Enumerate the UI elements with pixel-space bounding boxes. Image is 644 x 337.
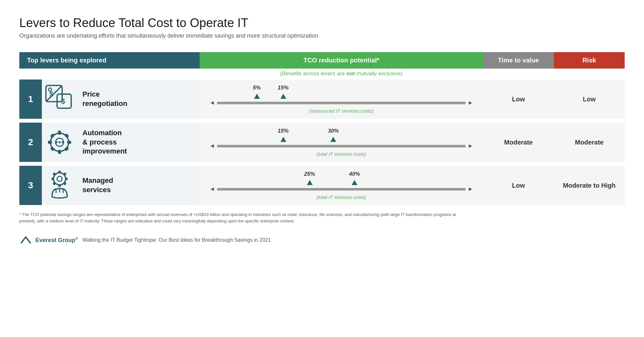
time-cell-3: Low [483, 166, 554, 205]
lever-cell-2: 2 Automation& processimprovement [19, 123, 200, 162]
page-subtitle: Organizations are undertaking efforts th… [19, 33, 625, 39]
page-title: Levers to Reduce Total Cost to Operate I… [19, 16, 625, 30]
svg-text:$: $ [61, 97, 65, 105]
svg-text:$: $ [50, 90, 53, 98]
header-levers: Top levers being explored [19, 52, 200, 69]
lever-name-2: Automation& processimprovement [77, 123, 200, 162]
svg-rect-9 [58, 150, 61, 154]
footer: Everest Group® Walking the IT Budget Tig… [19, 234, 625, 247]
everest-logo-icon [19, 234, 32, 247]
tco-cell-2: 15%30%◄►(total IT services costs) [200, 123, 483, 162]
svg-rect-21 [58, 171, 61, 173]
time-cell-2: Moderate [483, 123, 554, 162]
svg-rect-25 [52, 172, 56, 176]
svg-rect-11 [67, 141, 71, 144]
svg-rect-24 [65, 178, 68, 180]
svg-point-16 [55, 141, 57, 143]
svg-rect-22 [58, 184, 61, 187]
svg-rect-10 [48, 141, 52, 144]
tco-cell-1: 5%15%◄►(outsourced IT services costs) [200, 80, 483, 119]
data-row-2: 2 Automation& processimprovement15%30%◄►… [19, 123, 625, 162]
lever-name-1: Pricerenegotiation [77, 80, 200, 119]
lever-icon-area-3 [42, 166, 77, 205]
svg-rect-14 [50, 146, 55, 152]
lever-number-2: 2 [19, 123, 42, 162]
svg-rect-15 [64, 133, 69, 138]
footer-brand: Everest Group® [35, 237, 78, 244]
data-row-1: 1 $ $ Pricerenegotiation5%15%◄►(outsourc… [19, 80, 625, 119]
svg-rect-28 [63, 172, 67, 176]
risk-cell-1: Low [554, 80, 625, 119]
svg-rect-8 [58, 131, 61, 135]
header-time: Time to value [483, 52, 554, 69]
lever-number-1: 1 [19, 80, 42, 119]
svg-point-20 [57, 176, 62, 182]
time-cell-1: Low [483, 80, 554, 119]
header-tco: TCO reduction potential* [200, 52, 483, 69]
tco-subtitle: (Benefits across levers are not mutually… [200, 69, 483, 80]
footer-logo: Everest Group® [19, 234, 78, 247]
svg-rect-26 [63, 182, 67, 185]
lever-icon-area-1: $ $ [42, 80, 77, 119]
footnote: * The TCO potential savings ranges are r… [19, 211, 470, 224]
lever-number-3: 3 [19, 166, 42, 205]
svg-point-17 [59, 141, 61, 143]
header-risk: Risk [554, 52, 625, 69]
svg-rect-13 [64, 146, 69, 152]
risk-cell-2: Moderate [554, 123, 625, 162]
data-row-3: 3 Managedservices25%40%◄►(total IT servi… [19, 166, 625, 205]
tco-cell-3: 25%40%◄►(total IT services costs) [200, 166, 483, 205]
lever-name-3: Managedservices [77, 166, 200, 205]
lever-cell-1: 1 $ $ Pricerenegotiation [19, 80, 200, 119]
svg-rect-23 [52, 178, 54, 180]
svg-rect-12 [50, 133, 55, 138]
lever-icon-area-2 [42, 123, 77, 162]
table-header: Top levers being explored TCO reduction … [19, 52, 625, 69]
footer-text: Walking the IT Budget Tightrope: Our Bes… [82, 237, 271, 243]
risk-cell-3: Moderate to High [554, 166, 625, 205]
tco-subtitle-row: (Benefits across levers are not mutually… [19, 69, 625, 80]
lever-cell-3: 3 Managedservices [19, 166, 200, 205]
data-rows: 1 $ $ Pricerenegotiation5%15%◄►(outsourc… [19, 80, 625, 205]
svg-rect-27 [52, 182, 56, 185]
svg-point-18 [62, 141, 63, 143]
